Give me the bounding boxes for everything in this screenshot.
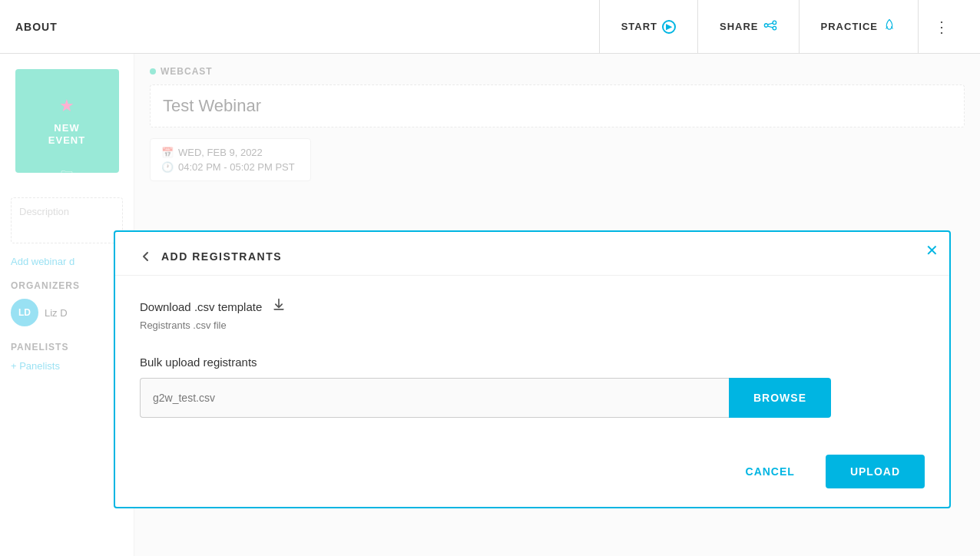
download-row: Download .csv template (140, 297, 925, 316)
rocket-icon (882, 18, 896, 35)
more-options-button[interactable]: ⋮ (918, 0, 965, 54)
download-title: Download .csv template (140, 300, 262, 313)
modal-header: ADD REGISTRANTS (115, 232, 949, 276)
modal-body: Download .csv template Registrants .csv … (115, 276, 949, 439)
add-registrants-modal: ✕ ADD REGISTRANTS Download .csv template (114, 230, 951, 508)
svg-line-4 (767, 26, 773, 28)
practice-button[interactable]: PRACTICE (799, 0, 918, 54)
main-content: ★ NEWEVENT ☞ Description Add webinar d O… (0, 54, 980, 556)
svg-point-1 (773, 26, 776, 30)
browse-button[interactable]: BROWSE (729, 378, 831, 418)
back-button[interactable] (140, 250, 152, 263)
cancel-button[interactable]: CANCEL (727, 456, 813, 487)
download-subtitle: Registrants .csv file (140, 319, 925, 331)
share-label: SHARE (720, 21, 759, 32)
practice-label: PRACTICE (821, 21, 878, 32)
top-nav: ABOUT START ▶ SHARE PRACTICE (0, 0, 980, 54)
bulk-upload-label: Bulk upload registrants (140, 356, 925, 369)
start-button[interactable]: START ▶ (599, 0, 697, 54)
modal-close-button[interactable]: ✕ (925, 243, 939, 258)
svg-point-0 (773, 21, 776, 25)
download-section: Download .csv template Registrants .csv … (140, 297, 925, 331)
nav-actions: START ▶ SHARE PRACTICE (599, 0, 965, 54)
modal-title: ADD REGISTRANTS (161, 250, 282, 263)
start-icon: ▶ (662, 20, 676, 34)
nav-about-label: ABOUT (15, 21, 599, 33)
start-label: START (621, 21, 657, 32)
svg-line-3 (767, 23, 773, 25)
svg-point-2 (764, 24, 768, 28)
modal-footer: CANCEL UPLOAD (115, 439, 949, 507)
file-input-row: g2w_test.csv BROWSE (140, 378, 831, 418)
file-input-display: g2w_test.csv (140, 378, 729, 418)
bulk-upload-section: Bulk upload registrants g2w_test.csv BRO… (140, 356, 925, 418)
share-button[interactable]: SHARE (697, 0, 799, 54)
share-icon (763, 20, 777, 33)
download-icon[interactable] (271, 297, 286, 316)
upload-button[interactable]: UPLOAD (826, 455, 925, 488)
